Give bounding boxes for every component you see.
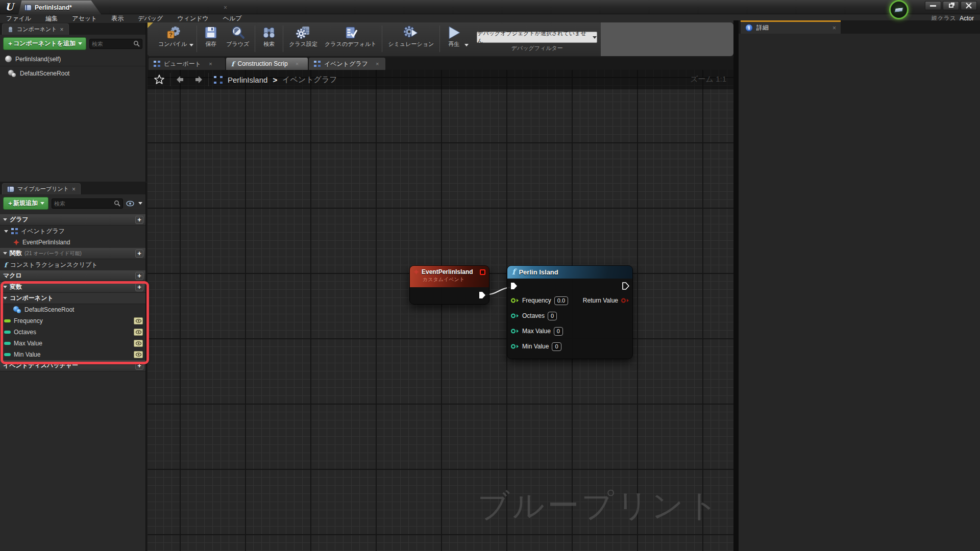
instance-editable-eye-toggle[interactable] xyxy=(134,340,143,347)
section-components-category[interactable]: コンポーネント xyxy=(0,293,145,304)
int-pin[interactable] xyxy=(510,312,519,319)
menu-window[interactable]: ウィンドウ xyxy=(177,14,208,23)
row-var-octaves[interactable]: Octaves xyxy=(0,327,145,338)
tab-details[interactable]: i 詳細 × xyxy=(741,20,841,34)
max-value-input[interactable]: 0 xyxy=(554,327,563,336)
components-search-input[interactable] xyxy=(92,41,133,47)
section-variables[interactable]: 変数 + xyxy=(0,282,145,293)
debug-filter-block: デバッグオブジェクトが選択されていません デバッグフィルター xyxy=(477,32,597,52)
tab-event-graph[interactable]: イベントグラフ × xyxy=(309,58,385,70)
minimize-button[interactable] xyxy=(925,1,941,10)
restore-button[interactable] xyxy=(943,1,959,10)
expand-arrow-icon[interactable] xyxy=(3,297,7,299)
my-blueprint-search-box[interactable] xyxy=(52,198,123,209)
visibility-filter-eye-icon[interactable] xyxy=(126,201,135,207)
expand-arrow-icon[interactable] xyxy=(3,252,7,255)
event-graph-canvas[interactable]: PerlinIsland > イベントグラフ ズーム 1:1 ブループリント E… xyxy=(148,70,733,551)
play-button[interactable]: 再生 xyxy=(446,24,462,48)
viewport-tab-close-icon[interactable]: × xyxy=(209,61,212,67)
breadcrumb-current[interactable]: イベントグラフ xyxy=(282,75,337,85)
min-value-input[interactable]: 0 xyxy=(552,342,561,351)
class-settings-button[interactable]: クラス設定 xyxy=(289,24,317,48)
row-var-frequency[interactable]: Frequency xyxy=(0,315,145,327)
menu-view[interactable]: 表示 xyxy=(111,14,124,23)
event-delegate-pin[interactable] xyxy=(480,269,485,275)
tab-components[interactable]: コンポーネント × xyxy=(2,23,69,35)
exec-output-pin[interactable] xyxy=(622,282,629,290)
component-row-scene-root[interactable]: DefaultSceneRoot xyxy=(0,67,145,80)
menu-file[interactable]: ファイル xyxy=(6,14,31,23)
find-button[interactable]: 検索 xyxy=(261,24,277,48)
instance-editable-eye-toggle[interactable] xyxy=(134,329,143,336)
menu-edit[interactable]: 編集 xyxy=(45,14,58,23)
favorite-star-icon[interactable] xyxy=(154,74,165,85)
debug-object-dropdown[interactable]: デバッグオブジェクトが選択されていません xyxy=(477,32,597,43)
my-blueprint-search-input[interactable] xyxy=(54,201,114,207)
row-var-min-value[interactable]: Min Value xyxy=(0,349,145,360)
event-graph-tab-close-icon[interactable]: × xyxy=(376,61,379,67)
expand-arrow-icon[interactable] xyxy=(3,218,7,221)
details-tab-close-icon[interactable]: × xyxy=(832,24,836,32)
frequency-value-input[interactable]: 0.0 xyxy=(554,296,568,305)
forward-arrow-icon[interactable] xyxy=(192,76,203,84)
title-bar: U PerlinIsland* × xyxy=(0,0,980,14)
save-button[interactable]: 保存 xyxy=(203,24,219,48)
chevron-down-icon[interactable] xyxy=(138,202,142,205)
play-options-chevron-icon[interactable] xyxy=(464,44,469,46)
browse-button[interactable]: ブラウズ xyxy=(226,24,249,48)
octaves-value-input[interactable]: 0 xyxy=(548,312,557,320)
add-macro-button[interactable]: + xyxy=(135,272,143,280)
row-event-graph[interactable]: イベントグラフ xyxy=(0,226,145,237)
details-info-icon: i xyxy=(745,24,753,32)
add-component-button[interactable]: ＋コンポーネントを追加 xyxy=(3,37,86,50)
section-macros[interactable]: マクロ + xyxy=(0,270,145,282)
expand-arrow-icon[interactable] xyxy=(3,286,7,288)
components-search-box[interactable] xyxy=(89,39,142,49)
back-arrow-icon[interactable] xyxy=(176,76,187,84)
tab-my-blueprint[interactable]: マイブループリント × xyxy=(2,183,81,194)
node-perlin-island[interactable]: f Perlin Island Frequency 0.0 Return Val… xyxy=(507,265,633,359)
components-category-label: コンポーネント xyxy=(10,294,54,303)
menu-help[interactable]: ヘルプ xyxy=(223,14,242,23)
add-function-button[interactable]: + xyxy=(135,249,143,258)
tutorial-button[interactable] xyxy=(889,0,909,19)
section-event-dispatchers[interactable]: イベントディスパッチャー + xyxy=(0,360,145,371)
class-defaults-button[interactable]: クラスのデフォルト xyxy=(325,24,376,48)
int-pin[interactable] xyxy=(510,328,519,335)
instance-editable-eye-toggle[interactable] xyxy=(134,317,143,324)
menu-debug[interactable]: デバッグ xyxy=(138,14,163,23)
menu-asset[interactable]: アセット xyxy=(72,14,97,23)
exec-output-pin[interactable] xyxy=(479,291,486,299)
node-event-perlinisland[interactable]: EventPerlinIsland カスタムイベント xyxy=(409,265,489,305)
add-dispatcher-button[interactable]: + xyxy=(135,362,143,370)
instance-editable-eye-toggle[interactable] xyxy=(134,351,143,358)
expand-arrow-icon[interactable] xyxy=(4,230,8,233)
row-var-max-value[interactable]: Max Value xyxy=(0,338,145,349)
row-event-perlinisland[interactable]: EventPerlinIsland xyxy=(0,237,145,248)
simulate-button[interactable]: シミュレーション xyxy=(388,24,434,48)
add-variable-button[interactable]: + xyxy=(135,283,143,291)
row-construction-script[interactable]: f コンストラクションスクリプト xyxy=(0,259,145,270)
compile-options-chevron-icon[interactable] xyxy=(189,44,193,46)
compile-button[interactable]: ? コンパイル xyxy=(158,24,187,48)
asset-tab-perlinisland[interactable]: PerlinIsland* xyxy=(18,1,101,14)
panel-splitter[interactable] xyxy=(733,20,739,551)
exec-input-pin[interactable] xyxy=(510,282,518,290)
close-button[interactable] xyxy=(961,1,977,10)
tab-viewport[interactable]: ビューポート × xyxy=(149,58,225,70)
add-new-button[interactable]: ＋新規追加 xyxy=(3,197,48,210)
row-var-scene-root[interactable]: DefaultSceneRoot xyxy=(0,304,145,315)
asset-tab-close-icon[interactable]: × xyxy=(224,4,227,11)
int-pin[interactable] xyxy=(510,343,519,350)
components-tab-close-icon[interactable]: × xyxy=(60,27,64,33)
construction-tab-close-icon[interactable]: × xyxy=(296,61,299,67)
add-graph-button[interactable]: + xyxy=(135,216,143,224)
return-value-pin[interactable] xyxy=(621,297,629,304)
section-graphs[interactable]: グラフ + xyxy=(0,214,145,226)
my-blueprint-tab-close-icon[interactable]: × xyxy=(72,186,76,192)
section-functions[interactable]: 関数 (21 オーバーライド可能) + xyxy=(0,248,145,259)
tab-construction-script[interactable]: f Construction Scrip × xyxy=(226,58,308,70)
component-row-self[interactable]: PerlinIsland(self) xyxy=(0,53,145,65)
breadcrumb-root[interactable]: PerlinIsland xyxy=(228,76,267,84)
float-pin[interactable] xyxy=(510,297,519,304)
